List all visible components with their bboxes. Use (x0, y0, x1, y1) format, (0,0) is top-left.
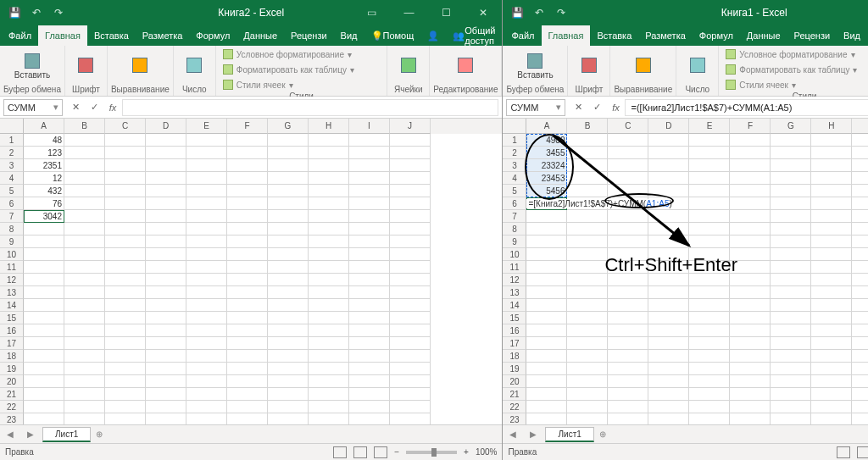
cell[interactable] (689, 236, 730, 248)
cell[interactable] (390, 350, 431, 363)
cell[interactable] (227, 375, 268, 388)
cell[interactable] (567, 388, 608, 401)
select-all-corner[interactable] (0, 119, 24, 134)
cell[interactable] (309, 274, 349, 286)
cell[interactable] (309, 185, 349, 197)
cell[interactable] (852, 159, 868, 172)
cell[interactable] (105, 324, 146, 337)
cell[interactable] (526, 210, 567, 223)
cell[interactable] (811, 223, 852, 236)
cell[interactable] (105, 261, 146, 274)
cell[interactable] (608, 223, 648, 236)
cell[interactable] (186, 375, 227, 388)
row-header[interactable]: 1 (0, 134, 24, 147)
cell[interactable] (526, 312, 567, 324)
row-header[interactable]: 16 (0, 324, 24, 337)
cell[interactable] (105, 147, 146, 159)
cell[interactable] (567, 299, 608, 312)
cell[interactable] (852, 185, 868, 197)
cell[interactable] (811, 388, 852, 401)
cell[interactable] (771, 223, 811, 236)
cell[interactable] (730, 147, 771, 159)
cell[interactable]: 3455 (526, 147, 567, 159)
cell[interactable] (390, 388, 431, 401)
share-button[interactable]: 👥 Общий доступ (446, 25, 502, 46)
sheet-tab[interactable]: Лист1 (545, 427, 593, 442)
cell[interactable] (730, 337, 771, 350)
cell[interactable] (567, 134, 608, 147)
cell[interactable] (268, 350, 309, 363)
cell[interactable] (64, 312, 105, 324)
cell[interactable] (852, 147, 868, 159)
tab-data[interactable]: Данные (236, 25, 284, 46)
cell[interactable] (146, 388, 186, 401)
cell[interactable] (648, 236, 689, 248)
cell[interactable] (648, 134, 689, 147)
cell[interactable] (64, 375, 105, 388)
conditional-formatting[interactable]: Условное форматирование ▾ (722, 47, 858, 61)
cell[interactable] (227, 248, 268, 261)
cell[interactable] (309, 286, 349, 299)
cell[interactable] (227, 324, 268, 337)
cell[interactable] (146, 401, 186, 413)
cell[interactable] (771, 185, 811, 197)
cell[interactable] (186, 350, 227, 363)
cell[interactable] (186, 324, 227, 337)
cell[interactable] (349, 286, 390, 299)
tab-home[interactable]: Главная (38, 25, 87, 46)
sheet-nav-prev[interactable]: ◀ (503, 430, 523, 439)
column-header[interactable]: B (64, 119, 105, 134)
paste-button[interactable]: Вставить (514, 52, 556, 81)
tab-insert[interactable]: Вставка (87, 25, 136, 46)
cell[interactable] (811, 274, 852, 286)
cell[interactable] (309, 363, 349, 375)
row-header[interactable]: 12 (503, 274, 526, 286)
cell[interactable] (771, 363, 811, 375)
cell[interactable] (186, 210, 227, 223)
cell[interactable] (730, 236, 771, 248)
cell[interactable] (227, 350, 268, 363)
cell[interactable] (349, 248, 390, 261)
cell[interactable] (567, 172, 608, 185)
cell[interactable] (648, 324, 689, 337)
cell[interactable] (567, 413, 608, 424)
cell[interactable] (227, 223, 268, 236)
cell[interactable] (105, 210, 146, 223)
cell[interactable] (268, 172, 309, 185)
cell[interactable] (771, 312, 811, 324)
row-header[interactable]: 23 (0, 413, 24, 424)
cell[interactable] (608, 299, 648, 312)
cell[interactable] (146, 337, 186, 350)
cell[interactable] (268, 185, 309, 197)
cell[interactable] (730, 172, 771, 185)
cell[interactable] (64, 299, 105, 312)
cell[interactable] (227, 159, 268, 172)
cell[interactable] (526, 363, 567, 375)
cell[interactable] (526, 337, 567, 350)
tab-layout[interactable]: Разметка (136, 25, 190, 46)
cell[interactable]: 123 (24, 147, 64, 159)
cell[interactable] (648, 375, 689, 388)
cell[interactable] (349, 337, 390, 350)
row-header[interactable]: 16 (503, 324, 526, 337)
ribbon-options-icon[interactable]: ▭ (353, 0, 390, 25)
cell[interactable] (730, 375, 771, 388)
cell[interactable] (852, 172, 868, 185)
cell[interactable] (105, 236, 146, 248)
cell-styles[interactable]: Стили ячеек ▾ (722, 78, 799, 91)
cell[interactable] (730, 413, 771, 424)
add-sheet-icon[interactable]: ⊕ (594, 430, 611, 439)
cell[interactable] (146, 210, 186, 223)
cell[interactable] (567, 274, 608, 286)
cell[interactable] (105, 337, 146, 350)
cell[interactable] (186, 159, 227, 172)
cell[interactable] (648, 210, 689, 223)
row-header[interactable]: 18 (503, 350, 526, 363)
cell[interactable]: 5456 (526, 185, 567, 197)
cell[interactable] (648, 350, 689, 363)
fx-icon[interactable]: fx (606, 103, 625, 113)
cell[interactable] (349, 223, 390, 236)
cell[interactable] (689, 197, 730, 210)
cell[interactable] (689, 375, 730, 388)
cell[interactable] (730, 350, 771, 363)
